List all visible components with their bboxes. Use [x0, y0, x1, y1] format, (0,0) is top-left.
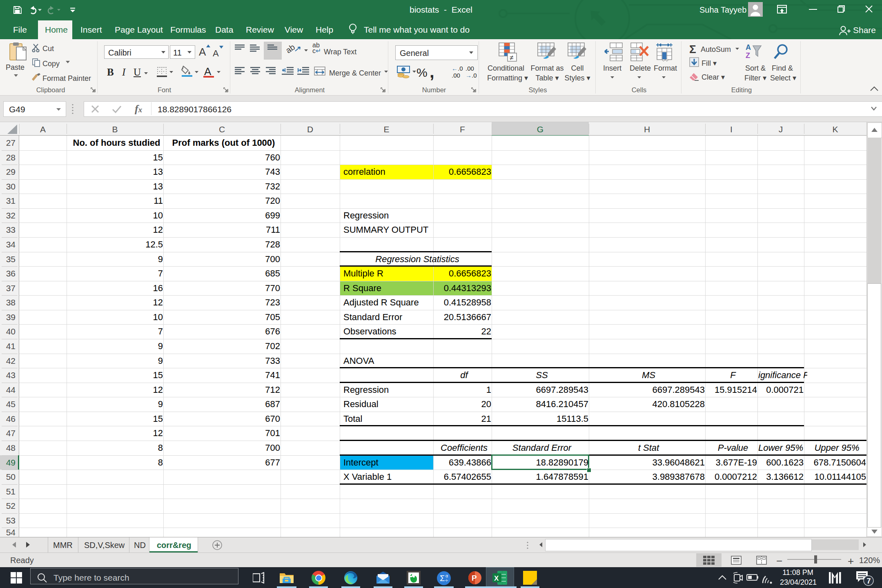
- svg-text:A: A: [746, 43, 751, 51]
- svg-text:P: P: [472, 574, 477, 582]
- svg-text:≠: ≠: [510, 54, 513, 62]
- svg-text:Z: Z: [746, 51, 750, 60]
- svg-text:X: X: [494, 575, 499, 582]
- svg-text:7: 7: [867, 577, 871, 585]
- svg-text:Σ: Σ: [440, 574, 445, 583]
- svg-text:÷: ÷: [445, 577, 448, 584]
